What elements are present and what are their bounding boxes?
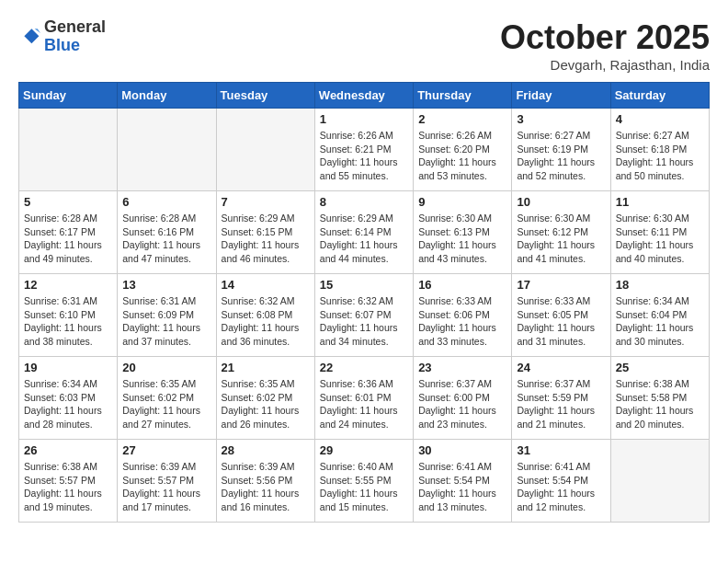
cell-day-number: 7: [222, 195, 310, 209]
calendar-cell: 19Sunrise: 6:34 AM Sunset: 6:03 PM Dayli…: [19, 357, 118, 440]
cell-day-number: 4: [616, 112, 704, 126]
cell-info: Sunrise: 6:40 AM Sunset: 5:55 PM Dayligh…: [320, 460, 408, 514]
cell-day-number: 21: [222, 361, 310, 374]
calendar-cell: 17Sunrise: 6:33 AM Sunset: 6:05 PM Dayli…: [512, 274, 610, 357]
cell-info: Sunrise: 6:37 AM Sunset: 5:59 PM Dayligh…: [517, 377, 605, 431]
calendar-cell: 18Sunrise: 6:34 AM Sunset: 6:04 PM Dayli…: [610, 274, 709, 357]
weekday-header-saturday: Saturday: [610, 83, 709, 109]
calendar-cell: 10Sunrise: 6:30 AM Sunset: 6:12 PM Dayli…: [512, 191, 610, 274]
calendar-cell: 3Sunrise: 6:27 AM Sunset: 6:19 PM Daylig…: [512, 109, 610, 191]
weekday-header-thursday: Thursday: [414, 83, 512, 109]
calendar-cell: 16Sunrise: 6:33 AM Sunset: 6:06 PM Dayli…: [414, 274, 512, 357]
cell-day-number: 9: [418, 195, 506, 209]
cell-day-number: 26: [24, 443, 112, 457]
calendar-cell: 20Sunrise: 6:35 AM Sunset: 6:02 PM Dayli…: [118, 357, 216, 440]
cell-info: Sunrise: 6:35 AM Sunset: 6:02 PM Dayligh…: [122, 377, 210, 431]
cell-info: Sunrise: 6:35 AM Sunset: 6:02 PM Dayligh…: [222, 377, 310, 431]
cell-info: Sunrise: 6:28 AM Sunset: 6:16 PM Dayligh…: [122, 212, 210, 266]
cell-day-number: 8: [320, 195, 408, 209]
calendar-cell: 8Sunrise: 6:29 AM Sunset: 6:14 PM Daylig…: [314, 191, 413, 274]
calendar-cell: [19, 109, 118, 191]
cell-day-number: 13: [122, 278, 210, 292]
calendar-table: SundayMondayTuesdayWednesdayThursdayFrid…: [18, 82, 710, 523]
cell-day-number: 23: [418, 361, 506, 374]
calendar-cell: 31Sunrise: 6:41 AM Sunset: 5:54 PM Dayli…: [512, 440, 610, 523]
cell-info: Sunrise: 6:34 AM Sunset: 6:03 PM Dayligh…: [24, 377, 112, 431]
cell-info: Sunrise: 6:38 AM Sunset: 5:58 PM Dayligh…: [616, 377, 704, 431]
calendar-cell: 27Sunrise: 6:39 AM Sunset: 5:57 PM Dayli…: [118, 440, 216, 523]
calendar-cell: [216, 109, 314, 191]
cell-day-number: 2: [418, 112, 506, 126]
logo-text: General Blue: [44, 18, 106, 55]
cell-info: Sunrise: 6:27 AM Sunset: 6:19 PM Dayligh…: [517, 129, 605, 183]
calendar-cell: 12Sunrise: 6:31 AM Sunset: 6:10 PM Dayli…: [19, 274, 118, 357]
cell-info: Sunrise: 6:38 AM Sunset: 5:57 PM Dayligh…: [24, 460, 112, 514]
calendar-cell: 14Sunrise: 6:32 AM Sunset: 6:08 PM Dayli…: [216, 274, 314, 357]
calendar-cell: 13Sunrise: 6:31 AM Sunset: 6:09 PM Dayli…: [118, 274, 216, 357]
page-header: General Blue October 2025 Devgarh, Rajas…: [18, 18, 710, 73]
weekday-header-sunday: Sunday: [19, 83, 118, 109]
cell-info: Sunrise: 6:26 AM Sunset: 6:20 PM Dayligh…: [418, 129, 506, 183]
week-row-3: 12Sunrise: 6:31 AM Sunset: 6:10 PM Dayli…: [19, 274, 710, 357]
cell-day-number: 19: [24, 361, 112, 374]
cell-info: Sunrise: 6:26 AM Sunset: 6:21 PM Dayligh…: [320, 129, 408, 183]
calendar-cell: 26Sunrise: 6:38 AM Sunset: 5:57 PM Dayli…: [19, 440, 118, 523]
weekday-header-friday: Friday: [512, 83, 610, 109]
logo-icon: [18, 26, 40, 48]
cell-day-number: 15: [320, 278, 408, 292]
week-row-4: 19Sunrise: 6:34 AM Sunset: 6:03 PM Dayli…: [19, 357, 710, 440]
cell-info: Sunrise: 6:32 AM Sunset: 6:07 PM Dayligh…: [320, 294, 408, 349]
cell-day-number: 25: [616, 361, 704, 374]
cell-day-number: 30: [418, 443, 506, 457]
calendar-cell: 15Sunrise: 6:32 AM Sunset: 6:07 PM Dayli…: [314, 274, 413, 357]
calendar-cell: 1Sunrise: 6:26 AM Sunset: 6:21 PM Daylig…: [314, 109, 413, 191]
cell-day-number: 5: [24, 195, 112, 209]
cell-info: Sunrise: 6:28 AM Sunset: 6:17 PM Dayligh…: [24, 212, 112, 266]
location-subtitle: Devgarh, Rajasthan, India: [500, 57, 710, 73]
logo: General Blue: [18, 18, 106, 55]
cell-day-number: 14: [222, 278, 310, 292]
cell-day-number: 24: [517, 361, 605, 374]
calendar-cell: 11Sunrise: 6:30 AM Sunset: 6:11 PM Dayli…: [610, 191, 709, 274]
cell-day-number: 1: [320, 112, 408, 126]
calendar-cell: 24Sunrise: 6:37 AM Sunset: 5:59 PM Dayli…: [512, 357, 610, 440]
cell-info: Sunrise: 6:30 AM Sunset: 6:13 PM Dayligh…: [418, 212, 506, 266]
calendar-cell: 6Sunrise: 6:28 AM Sunset: 6:16 PM Daylig…: [118, 191, 216, 274]
calendar-header: SundayMondayTuesdayWednesdayThursdayFrid…: [19, 83, 710, 109]
weekday-header-row: SundayMondayTuesdayWednesdayThursdayFrid…: [19, 83, 710, 109]
cell-day-number: 29: [320, 443, 408, 457]
cell-day-number: 31: [517, 443, 605, 457]
cell-info: Sunrise: 6:33 AM Sunset: 6:05 PM Dayligh…: [517, 294, 605, 349]
cell-info: Sunrise: 6:37 AM Sunset: 6:00 PM Dayligh…: [418, 377, 506, 431]
calendar-cell: 25Sunrise: 6:38 AM Sunset: 5:58 PM Dayli…: [610, 357, 709, 440]
cell-day-number: 12: [24, 278, 112, 292]
calendar-cell: 23Sunrise: 6:37 AM Sunset: 6:00 PM Dayli…: [414, 357, 512, 440]
cell-info: Sunrise: 6:34 AM Sunset: 6:04 PM Dayligh…: [616, 294, 704, 349]
weekday-header-wednesday: Wednesday: [314, 83, 413, 109]
calendar-body: 1Sunrise: 6:26 AM Sunset: 6:21 PM Daylig…: [19, 109, 710, 523]
calendar-cell: 2Sunrise: 6:26 AM Sunset: 6:20 PM Daylig…: [414, 109, 512, 191]
cell-info: Sunrise: 6:30 AM Sunset: 6:11 PM Dayligh…: [616, 212, 704, 266]
cell-day-number: 22: [320, 361, 408, 374]
week-row-5: 26Sunrise: 6:38 AM Sunset: 5:57 PM Dayli…: [19, 440, 710, 523]
week-row-2: 5Sunrise: 6:28 AM Sunset: 6:17 PM Daylig…: [19, 191, 710, 274]
cell-day-number: 6: [122, 195, 210, 209]
cell-day-number: 28: [222, 443, 310, 457]
cell-info: Sunrise: 6:32 AM Sunset: 6:08 PM Dayligh…: [222, 294, 310, 349]
cell-info: Sunrise: 6:39 AM Sunset: 5:56 PM Dayligh…: [222, 460, 310, 514]
cell-info: Sunrise: 6:29 AM Sunset: 6:14 PM Dayligh…: [320, 212, 408, 266]
cell-info: Sunrise: 6:29 AM Sunset: 6:15 PM Dayligh…: [222, 212, 310, 266]
svg-marker-1: [35, 29, 40, 33]
cell-info: Sunrise: 6:41 AM Sunset: 5:54 PM Dayligh…: [517, 460, 605, 514]
cell-day-number: 18: [616, 278, 704, 292]
cell-info: Sunrise: 6:36 AM Sunset: 6:01 PM Dayligh…: [320, 377, 408, 431]
month-title: October 2025: [500, 18, 710, 57]
week-row-1: 1Sunrise: 6:26 AM Sunset: 6:21 PM Daylig…: [19, 109, 710, 191]
cell-info: Sunrise: 6:31 AM Sunset: 6:09 PM Dayligh…: [122, 294, 210, 349]
calendar-cell: 21Sunrise: 6:35 AM Sunset: 6:02 PM Dayli…: [216, 357, 314, 440]
cell-day-number: 16: [418, 278, 506, 292]
weekday-header-tuesday: Tuesday: [216, 83, 314, 109]
calendar-cell: 30Sunrise: 6:41 AM Sunset: 5:54 PM Dayli…: [414, 440, 512, 523]
cell-day-number: 10: [517, 195, 605, 209]
cell-day-number: 17: [517, 278, 605, 292]
